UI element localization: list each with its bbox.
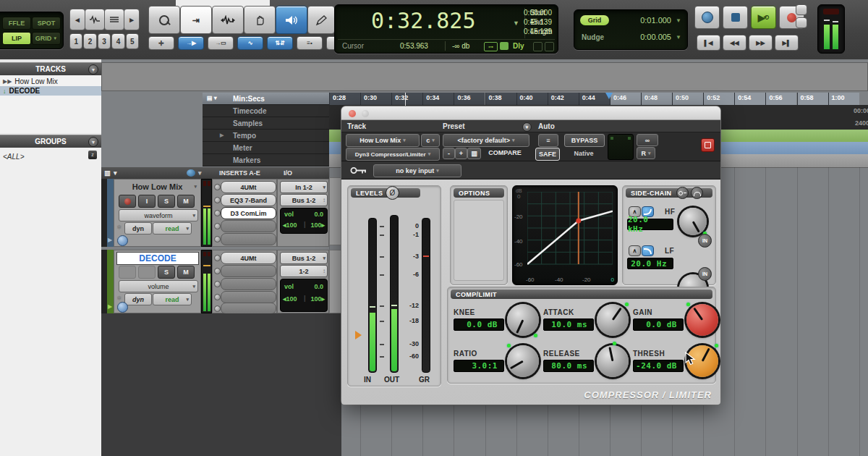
inserts-column-header[interactable]: INSERTS A-E [219, 169, 260, 177]
region-sliver-2[interactable] [329, 250, 341, 313]
link-selection-button[interactable]: ≡• [297, 36, 323, 50]
lf-shelf-filter-button[interactable] [642, 245, 654, 256]
insert-power-dot[interactable] [214, 268, 221, 274]
track-view-selector[interactable]: waveform▾ [119, 209, 198, 221]
ruler-tick[interactable]: 1:00 [828, 93, 859, 105]
attack-knob[interactable] [597, 304, 629, 336]
track-solo-button[interactable]: S [158, 195, 175, 208]
volume-pan-panel[interactable]: vol 0.0 ◂100 | 100▸ [280, 279, 328, 312]
grid-dropdown-arrow[interactable]: ▼ [676, 17, 681, 24]
hf-knob[interactable] [679, 208, 707, 235]
link-icon[interactable]: ∞ [637, 134, 658, 146]
group-keyboard-icon[interactable]: z [88, 151, 97, 159]
ratio-knob[interactable] [507, 345, 539, 377]
tracks-collapse-icon[interactable]: ▼ [88, 64, 98, 75]
shuffle-mode-button[interactable]: FFLE [2, 17, 31, 30]
ruler-tick[interactable]: 0:28 [329, 93, 360, 105]
playhead-marker[interactable] [605, 93, 613, 99]
insert-power-dot[interactable] [214, 184, 221, 190]
side-chain-key-icon[interactable] [676, 187, 689, 199]
track-mute-button[interactable]: M [177, 266, 195, 279]
mirror-midi-button[interactable]: →▭ [208, 36, 234, 50]
insert-power-dot[interactable] [214, 210, 221, 216]
insert-slot-b-empty[interactable] [221, 265, 276, 277]
ruler-tick[interactable]: 0:46 [610, 93, 641, 105]
release-knob[interactable] [597, 345, 629, 377]
transport-expand-button-1[interactable] [796, 4, 807, 15]
audio-zoom-button[interactable] [85, 9, 105, 30]
ruler-tick[interactable]: 0:42 [548, 93, 579, 105]
gain-value[interactable]: 0.0 dB [633, 318, 684, 331]
trim-tool-button[interactable]: ⇥ [180, 6, 212, 34]
insert-power-dot[interactable] [214, 305, 221, 312]
next-preset-button[interactable]: + [455, 148, 467, 159]
track-automation-button[interactable]: read▾ [153, 222, 192, 235]
pan-right-value[interactable]: 100▸ [310, 295, 325, 303]
zoom-preset-1[interactable]: 1 [69, 33, 82, 49]
pan-right-value[interactable]: 100▸ [310, 221, 325, 229]
pencil-tool-button[interactable] [307, 6, 335, 34]
track-view-selector[interactable]: volume▾ [119, 280, 198, 292]
tracks-panel-header[interactable]: TRACKS ▼ [0, 62, 101, 76]
start-value[interactable]: 0:00.000 [524, 9, 552, 17]
tab-to-transient-button[interactable]: →▶ [178, 36, 204, 50]
track-list-menu-icon[interactable]: ▥ ▾ [104, 169, 118, 177]
insert-slot-a[interactable]: 4UMt [221, 252, 276, 264]
elastic-audio-icon[interactable] [117, 302, 128, 313]
track-solo-button[interactable]: S [158, 266, 175, 279]
pan-left-value[interactable]: ◂100 [283, 295, 297, 303]
zoom-preset-4[interactable]: 4 [111, 33, 124, 49]
timeline-insertion-icon[interactable]: ⊶ [484, 42, 498, 51]
timebase-clock-icon[interactable] [187, 169, 195, 177]
io-input-selector[interactable]: In 1-2▾ [280, 181, 328, 193]
insert-slot-e-empty[interactable] [221, 303, 276, 314]
selector-tool-button[interactable] [212, 6, 244, 34]
attack-value[interactable]: 10.0 ms [543, 318, 594, 331]
track-dyn-button[interactable]: dyn [124, 222, 152, 235]
hf-in-button[interactable]: IN [698, 234, 712, 248]
stop-button[interactable] [723, 6, 748, 29]
scrubber-tool-button[interactable] [276, 6, 307, 34]
plugin-channel-selector[interactable]: c▾ [421, 134, 440, 147]
ruler-tick[interactable]: 0:38 [485, 93, 516, 105]
fast-forward-button[interactable]: ▶▶ [749, 35, 773, 51]
insert-slot-c-empty[interactable] [221, 278, 276, 290]
track-input-monitor-button[interactable]: I [138, 195, 156, 208]
zoom-preset-3[interactable]: 3 [98, 33, 111, 49]
target-button[interactable] [701, 138, 715, 152]
nudge-value[interactable]: 0:00.005 [640, 33, 671, 41]
knee-value[interactable]: 0.0 dB [454, 318, 504, 331]
zoom-tool-button[interactable] [148, 6, 180, 34]
return-to-zero-button[interactable]: ▌◀ [697, 35, 720, 51]
input-meter[interactable] [368, 218, 377, 373]
ruler-tick[interactable]: 0:40 [516, 93, 548, 105]
group-list-item[interactable]: <ALL> [0, 152, 101, 161]
dly-indicator-2[interactable] [545, 42, 554, 51]
input-level-marker[interactable] [355, 331, 362, 339]
hf-frequency-value[interactable]: 20.0 kHz [627, 219, 673, 230]
groups-panel-header[interactable]: GROUPS ▼ [0, 135, 101, 148]
io-input-selector[interactable]: Bus 1-2▾ [280, 252, 328, 264]
volume-value[interactable]: 0.0 [314, 211, 323, 218]
length-value[interactable]: 0:45.139 [524, 28, 552, 35]
zoom-preset-5[interactable]: 5 [126, 33, 139, 49]
track-height-button[interactable] [104, 9, 124, 30]
phase-invert-button[interactable]: Ø [386, 186, 399, 200]
freeze-icon[interactable]: ❄ [116, 295, 122, 302]
lf-peak-filter-button[interactable]: ∧ [629, 245, 641, 256]
track-dyn-button[interactable]: dyn [124, 293, 152, 305]
track-name-button-selected[interactable]: DECODE [116, 252, 199, 265]
ruler-tick[interactable]: 0:32 [391, 93, 422, 105]
grid-mode-button[interactable]: GRID▼ [32, 32, 61, 45]
bypass-button[interactable]: BYPASS [564, 134, 605, 147]
main-counter-value[interactable]: 0:32.825 [371, 8, 476, 33]
close-window-button[interactable] [349, 110, 356, 117]
track-list-item-selected[interactable]: ↓ DECODE [0, 86, 101, 96]
insert-power-dot[interactable] [214, 236, 221, 242]
zoom-in-horizontal-button[interactable]: ▸ [124, 9, 140, 30]
compare-button[interactable]: COMPARE [483, 148, 527, 158]
track-record-button[interactable] [119, 195, 136, 208]
dly-indicator-1[interactable] [533, 42, 542, 51]
ruler-tick[interactable]: 0:50 [672, 93, 703, 105]
previous-preset-button[interactable]: - [443, 148, 455, 159]
